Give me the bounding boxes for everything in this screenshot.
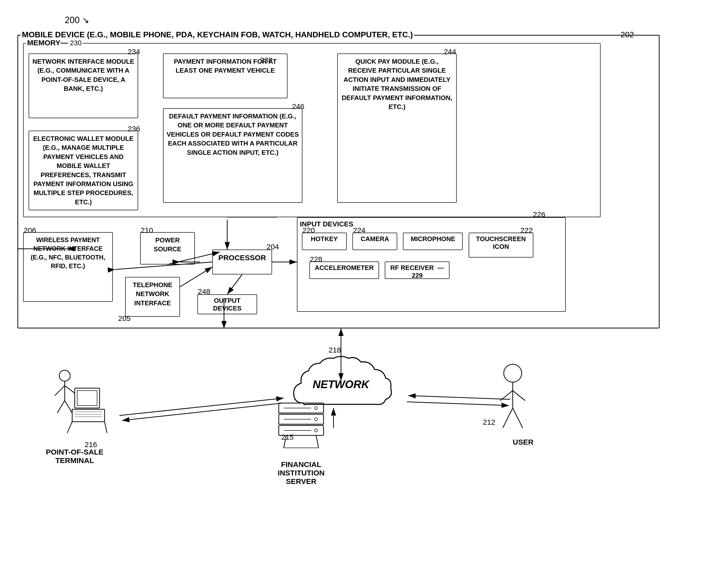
output-devices-box: 248 OUTPUT DEVICES — [197, 294, 257, 314]
svg-rect-17 — [77, 390, 97, 406]
user-ref: 212 — [483, 418, 495, 426]
default-payment-box: 246 DEFAULT PAYMENT INFORMATION (E.G., O… — [163, 108, 302, 203]
processor-ref: 204 — [266, 243, 279, 251]
touchscreen-box: 222 TOUCHSCREEN ICON — [469, 232, 533, 258]
memory-label: MEMORY— 230 — [26, 39, 83, 47]
default-payment-ref: 246 — [292, 101, 304, 112]
electronic-wallet-ref: 236 — [128, 124, 140, 134]
wireless-payment-box: 206 WIRELESS PAYMENT NETWORK INTERFACE (… — [23, 232, 113, 302]
pos-label: POINT-OF-SALETERMINAL — [37, 448, 112, 465]
wireless-payment-text: WIRELESS PAYMENT NETWORK INTERFACE (E.G.… — [31, 237, 105, 269]
default-payment-text: DEFAULT PAYMENT INFORMATION (E.G., ONE O… — [166, 112, 299, 156]
input-devices-ref: 226 — [533, 210, 545, 219]
figure-number: 200 — [65, 15, 80, 25]
svg-line-8 — [180, 267, 212, 287]
svg-line-41 — [513, 408, 523, 428]
svg-line-3 — [227, 274, 242, 294]
quick-pay-text: QUICK PAY MODULE (E.G., RECEIVE PARTICUL… — [342, 58, 452, 110]
camera-ref: 224 — [353, 226, 366, 235]
power-source-text: POWER SOURCE — [154, 237, 181, 253]
quick-pay-ref: 244 — [444, 47, 456, 57]
mobile-device-ref: — 202 — [611, 30, 634, 39]
mobile-device-label: MOBILE DEVICE (E.G., MOBILE PHONE, PDA, … — [21, 30, 414, 39]
svg-line-47 — [122, 403, 283, 420]
svg-line-23 — [104, 422, 107, 433]
svg-line-15 — [65, 401, 72, 413]
figure-label: 200 ↘ — [65, 15, 89, 25]
accelerometer-ref: 228 — [310, 255, 322, 263]
rf-receiver-box: RF RECEIVER — 229 — [385, 261, 449, 279]
accelerometer-text: ACCELEROMETER — [315, 264, 374, 271]
figure-arrow: ↘ — [82, 15, 89, 25]
network-interface-ref: 234 — [128, 47, 140, 57]
svg-line-13 — [65, 386, 75, 393]
power-source-box: 210 POWER SOURCE — [140, 232, 195, 264]
svg-line-28 — [316, 435, 319, 448]
memory-box: MEMORY— 230 234 NETWORK INTERFACE MODULE… — [23, 43, 600, 217]
telephone-box: 205 TELEPHONE NETWORK INTERFACE — [125, 277, 180, 317]
diagram-container: 200 ↘ MOBILE DEVICE (E.G., MOBILE PHONE,… — [15, 15, 707, 562]
svg-point-10 — [59, 370, 70, 381]
electronic-wallet-box: 236 ELECTRONIC WALLET MODULE (E.G., MANA… — [29, 131, 138, 210]
mobile-device-text: MOBILE DEVICE (E.G., MOBILE PHONE, PDA, … — [22, 30, 413, 39]
electronic-wallet-text: ELECTRONIC WALLET MODULE (E.G., MANAGE M… — [33, 135, 134, 206]
network-interface-box: 234 NETWORK INTERFACE MODULE (E.G., COMM… — [29, 53, 138, 118]
power-source-ref: 210 — [141, 225, 153, 236]
microphone-text: MICROPHONE — [411, 235, 455, 243]
pos-terminal-figure — [40, 368, 109, 439]
user-label: USER — [513, 438, 533, 447]
svg-point-36 — [504, 364, 522, 382]
hotkey-text: HOTKEY — [311, 235, 338, 243]
quick-pay-box: 244 QUICK PAY MODULE (E.G., RECEIVE PART… — [337, 53, 457, 203]
camera-text: CAMERA — [360, 235, 389, 243]
wireless-payment-ref: 206 — [23, 225, 36, 236]
svg-line-22 — [67, 422, 72, 433]
svg-point-30 — [314, 407, 318, 410]
processor-text: PROCESSOR — [218, 254, 266, 262]
mobile-device-ref-num: 202 — [621, 30, 634, 39]
svg-rect-18 — [72, 409, 104, 422]
svg-line-14 — [57, 401, 65, 413]
financial-server-figure — [269, 398, 334, 454]
svg-line-46 — [119, 398, 284, 416]
processor-box: 204 PROCESSOR — [212, 250, 272, 274]
accelerometer-box: 228 ACCELEROMETER — [309, 261, 379, 279]
svg-line-39 — [513, 390, 525, 401]
svg-line-38 — [500, 390, 513, 401]
network-text: NETWORK — [312, 378, 370, 390]
payment-info-ref: 238 — [260, 56, 273, 64]
telephone-text: TELEPHONE NETWORK INTERFACE — [133, 281, 173, 307]
svg-point-31 — [314, 418, 318, 421]
hotkey-box: 220 HOTKEY — [302, 232, 347, 250]
touchscreen-ref: 222 — [521, 226, 533, 235]
svg-line-12 — [55, 386, 65, 396]
pos-ref: 216 — [85, 440, 97, 449]
memory-ref-num: 230 — [70, 39, 82, 47]
input-devices-box: 226 INPUT DEVICES 220 HOTKEY 224 CAMERA … — [297, 217, 566, 312]
touchscreen-text: TOUCHSCREEN ICON — [476, 235, 526, 250]
telephone-ref: 205 — [118, 313, 131, 324]
hotkey-ref: 220 — [302, 226, 315, 235]
svg-rect-16 — [75, 388, 100, 408]
financial-label: FINANCIAL INSTITUTIONSERVER — [261, 460, 341, 486]
svg-line-40 — [503, 408, 513, 428]
network-interface-text: NETWORK INTERFACE MODULE (E.G., COMMUNIC… — [33, 58, 134, 92]
output-devices-ref: 248 — [198, 288, 210, 296]
camera-box: 224 CAMERA — [352, 232, 397, 250]
rf-receiver-text: RF RECEIVER — [390, 264, 434, 271]
svg-point-32 — [314, 429, 318, 432]
output-devices-text: OUTPUT DEVICES — [213, 297, 241, 312]
mobile-device-box: MOBILE DEVICE (E.G., MOBILE PHONE, PDA, … — [17, 35, 660, 328]
user-figure — [493, 363, 533, 434]
microphone-box: MICROPHONE — [403, 232, 463, 250]
financial-ref: 215 — [281, 433, 294, 441]
memory-text: MEMORY — [27, 39, 60, 47]
network-ref: 218 — [329, 346, 341, 354]
